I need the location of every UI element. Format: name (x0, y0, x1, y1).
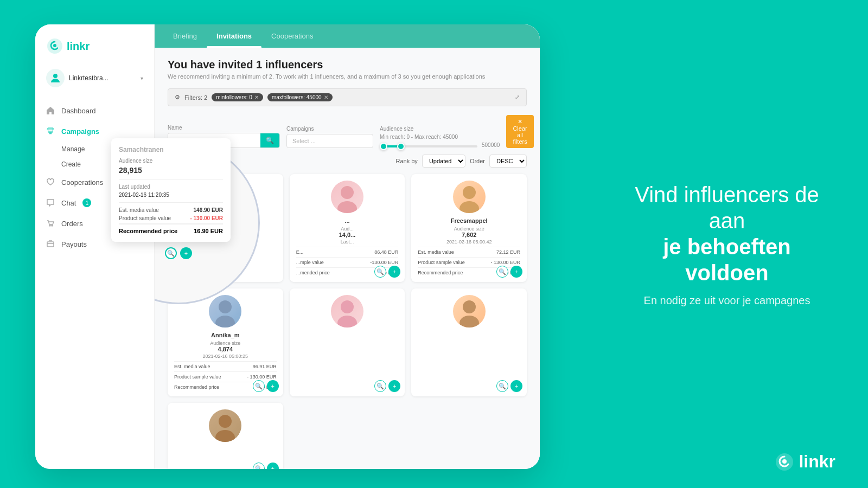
sidebar-item-dashboard[interactable]: Dashboard (35, 100, 154, 121)
add-button-4[interactable]: + (388, 380, 400, 392)
svg-point-1 (53, 44, 56, 47)
order-select[interactable]: DESC (489, 155, 527, 168)
payouts-icon (46, 240, 55, 248)
media-label-3: Est. media value (174, 364, 210, 369)
view-button-1[interactable]: 🔍 (374, 266, 386, 278)
add-button-6[interactable]: + (267, 463, 279, 469)
card-price-row-2: Est. media value 72.12 EUR (418, 247, 520, 255)
filter-chip-max-close[interactable]: ✕ (324, 94, 328, 100)
card-updated-3: 2021-02-16 05:00:25 (174, 354, 277, 359)
detail-sample-row: Product sample value - 130.00 EUR (155, 215, 223, 221)
page-subtitle: We recommend inviting a minimum of 2. To… (168, 73, 527, 80)
view-button-6[interactable]: 🔍 (253, 463, 265, 469)
add-button-5[interactable]: + (510, 380, 522, 392)
card-updated-2: 2021-02-16 05:00:42 (418, 239, 520, 245)
svg-point-19 (782, 459, 787, 464)
bottom-logo: linkr (775, 452, 835, 472)
user-icon (49, 72, 62, 85)
filter-chip-min-close[interactable]: ✕ (254, 94, 259, 100)
chat-icon (46, 198, 55, 207)
filter-expand-icon[interactable]: ⤢ (515, 94, 520, 101)
rec-label-3: Recommended price (174, 384, 219, 390)
tab-cooperations[interactable]: Cooperations (261, 24, 323, 48)
detail-rec-label: Recommended price (155, 228, 177, 234)
card-name-2: Freesmappel (418, 217, 520, 224)
detail-sample-label: Product sample value (155, 215, 171, 221)
magnify-view-button[interactable]: 🔍 (165, 247, 177, 259)
tagline-title: Vind influencers de aan je behoeften vol… (618, 182, 835, 286)
media-label-1: E... (296, 249, 304, 255)
card-aud-value-3: 4,874 (174, 346, 277, 352)
rec-label-1: ...mended price (296, 270, 330, 275)
sample-label-2: Product sample value (418, 260, 465, 265)
chevron-down-icon: ▾ (141, 75, 143, 81)
tab-briefing[interactable]: Briefing (163, 24, 207, 48)
influencer-card-5: 🔍 + (411, 288, 527, 396)
card-avatar-1 (331, 181, 363, 213)
rank-by-label: Rank by (396, 158, 418, 164)
card-sample-row-3: Product sample value - 130.00 EUR (174, 371, 277, 380)
sidebar-user[interactable]: Linkrtestbra... ▾ (35, 63, 154, 96)
svg-point-2 (53, 74, 58, 78)
card-updated-1: Last... (296, 239, 399, 245)
card-actions-1: 🔍 + (374, 266, 400, 278)
tab-bar: Briefing Invitations Cooperations (155, 24, 540, 48)
avatar-img-1 (331, 181, 363, 213)
audience-label: Audience size (380, 126, 500, 132)
clear-all-filters-button[interactable]: ✕ Clear all filters (506, 115, 533, 148)
avatar-img-4 (331, 295, 363, 328)
magnify-add-button[interactable]: + (180, 247, 192, 259)
view-button-5[interactable]: 🔍 (496, 380, 508, 392)
svg-point-16 (219, 415, 232, 428)
card-actions-4: 🔍 + (374, 380, 400, 392)
logo-text: linkr (67, 40, 90, 53)
card-avatar-2 (453, 181, 486, 213)
add-button-1[interactable]: + (388, 266, 400, 278)
svg-point-4 (52, 225, 53, 226)
range-thumb-right[interactable] (397, 143, 405, 150)
campaigns-select[interactable]: Select ... (286, 134, 373, 148)
detail-popup-name: Samachtranen (155, 146, 223, 153)
avatar-img-5 (453, 295, 486, 328)
tab-invitations[interactable]: Invitations (207, 24, 261, 48)
influencer-card-6: 🔍 + (168, 403, 283, 469)
svg-point-8 (463, 186, 476, 199)
detail-media-row: Est. media value 146.90 EUR (155, 207, 223, 213)
range-thumb-left[interactable] (380, 143, 387, 150)
view-button-2[interactable]: 🔍 (496, 266, 508, 278)
cooperations-icon (46, 178, 55, 187)
filter-chip-max[interactable]: maxfollowers: 45000 ✕ (267, 93, 333, 101)
rank-by-select[interactable]: Updated (422, 155, 465, 168)
card-sample-row-1: ...mple value -130.00 EUR (296, 257, 399, 265)
card-aud-value-1: 14,0... (296, 232, 399, 238)
card-price-row-1: E... 86.48 EUR (296, 247, 399, 255)
svg-rect-5 (47, 242, 54, 247)
view-button-4[interactable]: 🔍 (374, 380, 386, 392)
svg-point-15 (459, 316, 479, 328)
add-button-3[interactable]: + (267, 380, 279, 392)
sample-value-3: - 130.00 EUR (247, 374, 277, 380)
card-aud-label-3: Audience size (174, 341, 277, 346)
influencer-card-2: Freesmappel Audience size 7,602 2021-02-… (411, 174, 527, 282)
card-avatar-4 (331, 295, 363, 328)
tagline-subtitle: En nodig ze uit voor je campagnes (618, 294, 835, 307)
filter-chip-min[interactable]: minfollowers: 0 ✕ (212, 93, 263, 101)
card-actions-2: 🔍 + (496, 266, 522, 278)
add-button-2[interactable]: + (510, 266, 522, 278)
search-button[interactable]: 🔍 (260, 133, 279, 147)
page-title: You have invited 1 influencers (168, 59, 527, 71)
media-value-2: 72.12 EUR (496, 249, 520, 255)
svg-point-3 (49, 225, 50, 226)
sample-value-2: - 130.00 EUR (490, 260, 520, 265)
card-avatar-5 (453, 295, 486, 328)
sample-label-1: ...mple value (296, 260, 324, 265)
detail-divider-2 (155, 202, 223, 203)
view-button-3[interactable]: 🔍 (253, 380, 265, 392)
home-icon (46, 106, 55, 115)
svg-point-11 (215, 316, 235, 328)
filters-count: Filters: 2 (184, 94, 207, 101)
filters-icon: ⚙ (175, 94, 180, 101)
chat-badge: 1 (82, 198, 91, 207)
audience-field-group: Audience size Min reach: 0 - Max reach: … (380, 126, 500, 148)
avatar-img-2 (453, 181, 486, 213)
